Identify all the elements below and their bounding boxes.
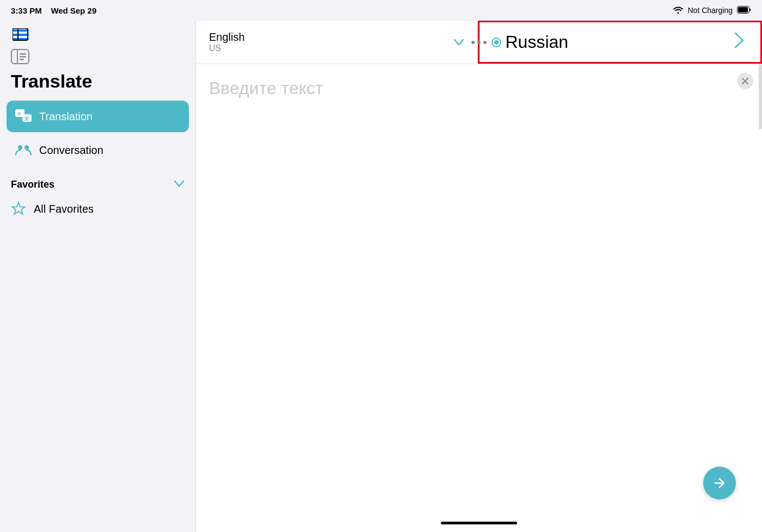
wifi-icon	[673, 6, 683, 15]
target-language-inner: Russian	[493, 32, 569, 52]
source-language-text: English US	[209, 31, 245, 53]
source-language-name: English	[209, 31, 245, 44]
svg-rect-11	[20, 59, 24, 60]
target-language-name: Russian	[506, 32, 569, 52]
battery-icon	[737, 6, 751, 15]
sidebar-toggle-button[interactable]	[11, 27, 30, 42]
more-options-button[interactable]	[468, 38, 490, 47]
svg-text:文: 文	[24, 116, 29, 121]
target-language-selector[interactable]: Russian	[478, 21, 763, 64]
svg-rect-10	[20, 56, 26, 58]
source-language-selector[interactable]: English US	[196, 21, 478, 64]
app-layout: Translate A 文 Translation	[0, 21, 762, 532]
favorites-chevron-icon	[174, 179, 185, 190]
translation-input-area[interactable]: Введите текст	[196, 64, 762, 514]
status-right: Not Charging	[673, 6, 751, 15]
battery-status: Not Charging	[687, 6, 733, 15]
favorites-title: Favorites	[11, 179, 54, 190]
target-lang-chevron-icon	[734, 32, 745, 52]
main-content: English US Russian	[196, 21, 762, 532]
conversation-icon	[14, 141, 33, 159]
all-favorites-item[interactable]: All Favorites	[0, 195, 195, 223]
translation-label: Translation	[39, 110, 93, 123]
app-title: Translate	[0, 71, 195, 101]
conversation-label: Conversation	[39, 144, 103, 157]
status-bar: 3:33 PM Wed Sep 29 Not Charging	[0, 0, 762, 21]
sidebar: Translate A 文 Translation	[0, 21, 196, 532]
svg-point-17	[24, 145, 29, 150]
source-language-region: US	[209, 44, 245, 53]
sidebar-item-conversation[interactable]: Conversation	[7, 134, 189, 166]
clear-button[interactable]	[737, 73, 753, 89]
sidebar-nav: A 文 Translation	[0, 101, 195, 168]
star-icon	[11, 201, 26, 216]
sidebar-item-translation[interactable]: A 文 Translation	[7, 101, 189, 132]
translation-placeholder: Введите текст	[209, 75, 749, 98]
scrollbar[interactable]	[759, 64, 762, 129]
target-language-dot	[493, 39, 500, 46]
favorites-header[interactable]: Favorites	[11, 179, 185, 190]
sidebar-header	[0, 21, 195, 47]
svg-point-16	[18, 145, 22, 150]
translate-button[interactable]	[703, 467, 736, 499]
all-favorites-label: All Favorites	[34, 203, 94, 215]
language-bar: English US Russian	[196, 21, 762, 64]
translation-icon: A 文	[14, 107, 33, 126]
home-bar	[441, 522, 517, 524]
favorites-section: Favorites	[0, 168, 195, 195]
status-time-date: 3:33 PM Wed Sep 29	[11, 6, 96, 15]
svg-rect-9	[20, 53, 26, 55]
svg-text:A: A	[17, 111, 21, 116]
source-lang-chevron-icon	[453, 35, 464, 50]
home-indicator	[196, 514, 762, 532]
sidebar-icon	[11, 49, 29, 64]
svg-rect-1	[738, 7, 748, 13]
sidebar-toggle-area[interactable]	[0, 47, 195, 71]
